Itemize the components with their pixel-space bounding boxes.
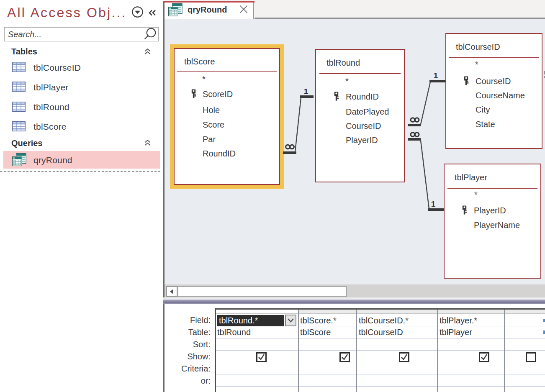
svg-text:1: 1 bbox=[304, 87, 308, 96]
svg-text:1: 1 bbox=[431, 200, 436, 208]
svg-text:1: 1 bbox=[434, 71, 438, 80]
